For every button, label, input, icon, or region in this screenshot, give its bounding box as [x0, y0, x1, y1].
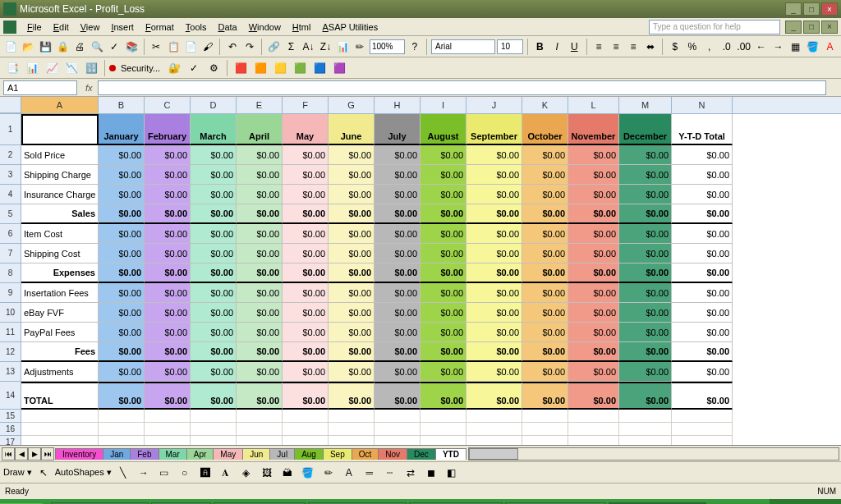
data-cell[interactable]: $0.00	[522, 224, 568, 244]
data-cell[interactable]: $0.00	[619, 362, 672, 382]
empty-cell[interactable]	[191, 410, 237, 423]
data-cell[interactable]: $0.00	[420, 382, 466, 410]
shadow-icon[interactable]: ◼	[422, 464, 440, 482]
oval-icon[interactable]: ○	[176, 464, 194, 482]
sheet-tab-dec[interactable]: Dec	[407, 448, 436, 460]
data-cell[interactable]: $0.00	[99, 165, 145, 185]
copy-icon[interactable]: 📋	[166, 38, 182, 56]
row-header[interactable]: 12	[0, 342, 21, 362]
cut-icon[interactable]: ✂	[149, 38, 164, 56]
data-cell[interactable]: $0.00	[237, 323, 283, 342]
data-cell[interactable]: $0.00	[329, 145, 375, 165]
row-header[interactable]: 17	[0, 436, 21, 445]
empty-cell[interactable]	[21, 410, 99, 423]
data-cell[interactable]: $0.00	[375, 382, 420, 410]
asap6-icon[interactable]: 🟪	[330, 59, 348, 77]
empty-cell[interactable]	[283, 410, 329, 423]
empty-cell[interactable]	[522, 436, 568, 445]
data-cell[interactable]: $0.00	[237, 165, 283, 185]
asap1-icon[interactable]: 🟥	[232, 59, 250, 77]
data-cell[interactable]: $0.00	[329, 165, 375, 185]
data-cell[interactable]: $0.00	[145, 204, 191, 224]
underline-button[interactable]: U	[567, 38, 582, 56]
data-cell[interactable]: $0.00	[568, 382, 619, 410]
tool3-icon[interactable]: 📈	[43, 59, 61, 77]
row-label[interactable]: eBay FVF	[21, 303, 99, 323]
empty-cell[interactable]	[672, 423, 733, 436]
menu-window[interactable]: Window	[243, 21, 287, 34]
line-icon[interactable]: ╲	[114, 464, 132, 482]
autosum-icon[interactable]: Σ	[283, 38, 299, 56]
system-tray[interactable]: 🛡 🔊 9:05 AM	[770, 499, 841, 504]
data-cell[interactable]: $0.00	[329, 362, 375, 382]
data-cell[interactable]: $0.00	[619, 224, 672, 244]
data-cell[interactable]: $0.00	[420, 263, 466, 283]
row-label[interactable]: Item Cost	[21, 224, 99, 244]
row-header[interactable]: 9	[0, 283, 21, 303]
sheet-tab-mar[interactable]: Mar	[159, 448, 187, 460]
menu-file[interactable]: File	[21, 21, 48, 34]
data-cell[interactable]: $0.00	[522, 362, 568, 382]
data-cell[interactable]: $0.00	[329, 382, 375, 410]
undo-icon[interactable]: ↶	[224, 38, 240, 56]
month-header[interactable]: May	[283, 114, 329, 145]
data-cell[interactable]: $0.00	[522, 165, 568, 185]
chart-icon[interactable]: 📊	[335, 38, 351, 56]
menu-edit[interactable]: Edit	[48, 21, 75, 34]
hyperlink-icon[interactable]: 🔗	[266, 38, 282, 56]
data-cell[interactable]: $0.00	[672, 342, 733, 362]
data-cell[interactable]: $0.00	[568, 362, 619, 382]
doc-restore-button[interactable]: □	[803, 21, 820, 34]
data-cell[interactable]: $0.00	[568, 165, 619, 185]
month-header[interactable]: January	[99, 114, 145, 145]
data-cell[interactable]: $0.00	[283, 303, 329, 323]
empty-cell[interactable]	[522, 423, 568, 436]
row-header[interactable]: 1	[0, 114, 21, 145]
data-cell[interactable]: $0.00	[568, 263, 619, 283]
row-header[interactable]: 15	[0, 410, 21, 423]
data-cell[interactable]: $0.00	[191, 362, 237, 382]
font-size-select[interactable]: 10	[497, 39, 523, 54]
data-cell[interactable]: $0.00	[191, 224, 237, 244]
data-cell[interactable]: $0.00	[283, 263, 329, 283]
empty-cell[interactable]	[191, 423, 237, 436]
data-cell[interactable]: $0.00	[619, 244, 672, 263]
data-cell[interactable]: $0.00	[329, 342, 375, 362]
redo-icon[interactable]: ↷	[241, 38, 257, 56]
format-painter-icon[interactable]: 🖌	[200, 38, 216, 56]
data-cell[interactable]: $0.00	[283, 342, 329, 362]
data-cell[interactable]: $0.00	[283, 382, 329, 410]
row-header[interactable]: 4	[0, 185, 21, 204]
align-center-icon[interactable]: ≡	[609, 38, 624, 56]
empty-cell[interactable]	[283, 423, 329, 436]
data-cell[interactable]: $0.00	[420, 342, 466, 362]
empty-cell[interactable]	[568, 423, 619, 436]
data-cell[interactable]: $0.00	[237, 244, 283, 263]
data-cell[interactable]: $0.00	[420, 244, 466, 263]
data-cell[interactable]: $0.00	[672, 165, 733, 185]
empty-cell[interactable]	[466, 423, 522, 436]
data-cell[interactable]: $0.00	[522, 244, 568, 263]
data-cell[interactable]: $0.00	[466, 303, 522, 323]
empty-cell[interactable]	[375, 423, 420, 436]
align-right-icon[interactable]: ≡	[626, 38, 641, 56]
empty-cell[interactable]	[145, 423, 191, 436]
data-cell[interactable]: $0.00	[672, 283, 733, 303]
clipart-icon[interactable]: 🖼	[258, 464, 276, 482]
close-button[interactable]: ×	[821, 2, 838, 16]
minimize-button[interactable]: _	[785, 2, 802, 16]
print-icon[interactable]: 🖨	[72, 38, 88, 56]
sheet-tab-may[interactable]: May	[213, 448, 243, 460]
month-header[interactable]: December	[619, 114, 672, 145]
data-cell[interactable]: $0.00	[375, 185, 420, 204]
row-header[interactable]: 2	[0, 145, 21, 165]
empty-cell[interactable]	[619, 436, 672, 445]
empty-cell[interactable]	[466, 436, 522, 445]
month-header[interactable]: August	[420, 114, 466, 145]
data-cell[interactable]: $0.00	[568, 323, 619, 342]
data-cell[interactable]: $0.00	[237, 362, 283, 382]
col-header-B[interactable]: B	[99, 97, 145, 113]
font-color2-icon[interactable]: A	[340, 464, 358, 482]
arrow-icon[interactable]: →	[135, 464, 153, 482]
sec2-icon[interactable]: ✓	[185, 59, 203, 77]
